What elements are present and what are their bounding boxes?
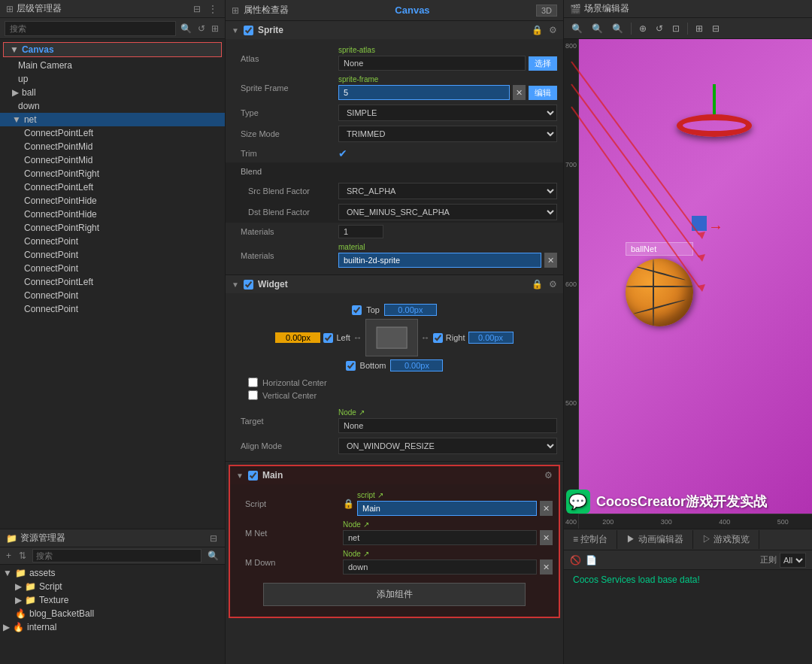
mdown-row: M Down Node ↗ down ✕ [230,547,559,577]
scene-rotate-btn[interactable]: ↺ [653,22,666,35]
scene-scale-btn[interactable]: ⊡ [669,22,683,35]
widget-right-value[interactable]: 0.00px [468,332,514,344]
materials-count-input[interactable] [338,225,383,238]
widget-left-value[interactable]: 0.00px [275,332,320,343]
widget-header[interactable]: ▼ Widget 🔒 ⚙ [226,275,563,293]
tree-item-cp3[interactable]: ConnectPointMid [0,153,225,167]
sprite-enabled-checkbox[interactable] [244,26,253,35]
tree-item-net[interactable]: ▼ net [0,113,225,126]
search-icon-btn[interactable]: 🔍 [179,22,193,35]
main-enabled-checkbox[interactable] [248,471,258,481]
tree-item-cp12[interactable]: ConnectPointLeft [0,275,225,289]
script-clear-btn[interactable]: ✕ [540,501,553,516]
sprite-frame-input[interactable] [338,85,510,100]
filter-btn[interactable]: ⊞ [210,22,220,35]
tree-item-cp2[interactable]: ConnectPointMid [0,140,225,153]
asset-search-btn[interactable]: 🔍 [206,549,220,562]
scene-view[interactable]: 800 700 600 500 400 → ballNet [564,39,812,529]
tree-item-cp7[interactable]: ConnectPointHide [0,208,225,221]
layer-collapse-btn[interactable]: ⊟ [192,2,202,16]
asset-panel: 📁 资源管理器 ⊟ + ⇅ 🔍 ▼ 📁 assets ▶ [0,529,225,664]
tab-game-preview[interactable]: ▷ 游戏预览 [693,530,759,549]
asset-item-internal[interactable]: ▶ 🔥 internal [0,620,225,634]
tab-console[interactable]: ≡ 控制台 [564,530,617,549]
tree-item-cp11[interactable]: ConnectPoint [0,262,225,275]
tree-item-cp5[interactable]: ConnectPointLeft [0,180,225,194]
scene-grid-btn[interactable]: ⊞ [692,22,706,35]
widget-right-checkbox[interactable] [433,333,443,343]
mnet-value-text: net [348,533,359,542]
sprite-settings-icon[interactable]: ⚙ [549,25,557,35]
h-center-checkbox[interactable] [248,377,258,387]
type-dropdown[interactable]: SIMPLE [338,105,557,121]
tree-item-down[interactable]: down [0,99,225,113]
mdown-value-text: down [348,562,368,572]
asset-item-texture[interactable]: ▶ 📁 Texture [0,593,225,607]
main-settings-icon[interactable]: ⚙ [544,470,553,481]
sprite-header[interactable]: ▼ Sprite 🔒 ⚙ [226,21,563,39]
tree-item-cp1[interactable]: ConnectPointLeft [0,126,225,140]
tree-item-ball[interactable]: ▶ ball [0,86,225,99]
main-header[interactable]: ▼ Main ⚙ [230,466,559,484]
tree-item-main-camera[interactable]: Main Camera [0,59,225,72]
widget-bottom-value[interactable]: 0.00px [390,359,443,371]
ball-curve2 [633,299,686,315]
tree-item-cp9[interactable]: ConnectPoint [0,235,225,248]
dst-blend-dropdown[interactable]: ONE_MINUS_SRC_ALPHA [338,204,557,220]
asset-sort-btn[interactable]: ⇅ [17,549,28,562]
scene-move-btn[interactable]: ⊕ [636,22,650,35]
tree-item-cp10[interactable]: ConnectPoint [0,248,225,262]
mnet-value: Node ↗ net ✕ [343,520,553,545]
canvas-tree-item[interactable]: ▼ Canvas [3,42,222,57]
widget-bottom-checkbox[interactable] [346,361,356,371]
main-body: Script 🔒 script ↗ Main ✕ [230,484,559,617]
scene-fit-btn[interactable]: 🔍 [609,22,626,35]
atlas-select-btn[interactable]: 选择 [529,56,557,71]
align-mode-dropdown[interactable]: ON_WINDOW_RESIZE [338,438,557,454]
scene-zoom-in-btn[interactable]: 🔍 [568,22,586,35]
tree-item-cp14[interactable]: ConnectPoint [0,302,225,316]
widget-bottom-row: Bottom 0.00px [241,359,548,371]
sprite-frame-clear-btn[interactable]: ✕ [513,85,526,100]
frame-hint: sprite-frame [338,75,557,83]
dst-blend-label: Dst Blend Factor [241,208,338,217]
asset-collapse-btn[interactable]: ⊟ [208,532,219,545]
asset-add-btn[interactable]: + [5,549,13,562]
mnet-clear-btn[interactable]: ✕ [540,530,553,545]
tab-animation[interactable]: ▶ 动画编辑器 [617,530,692,549]
tree-item-cp13[interactable]: ConnectPoint [0,289,225,302]
sprite-frame-edit-btn[interactable]: 编辑 [529,86,557,100]
asset-item-script[interactable]: ▶ 📁 Script [0,580,225,593]
asset-item-assets[interactable]: ▼ 📁 assets [0,566,225,580]
up-label: up [18,74,28,84]
widget-settings-icon[interactable]: ⚙ [549,279,557,290]
widget-enabled-checkbox[interactable] [244,280,253,290]
asset-item-blog[interactable]: 🔥 blog_BacketBall [0,607,225,620]
tree-item-cp6[interactable]: ConnectPointHide [0,194,225,208]
src-blend-dropdown[interactable]: SRC_ALPHA [338,183,557,199]
tree-item-up[interactable]: up [0,72,225,86]
mdown-clear-btn[interactable]: ✕ [540,559,553,575]
add-component-btn[interactable]: 添加组件 [263,583,526,606]
widget-top-checkbox[interactable] [352,305,362,315]
tree-item-cp4[interactable]: ConnectPointRight [0,167,225,180]
filter-dropdown[interactable]: All [780,553,806,568]
toolbar-divider2 [687,23,688,35]
script-hint: script ↗ [357,491,553,499]
trim-row: Trim ✔ [226,144,563,162]
v-center-checkbox[interactable] [248,390,258,400]
tree-item-cp8[interactable]: ConnectPointRight [0,221,225,235]
widget-left-checkbox[interactable] [323,333,333,343]
scene-snap-btn[interactable]: ⊟ [709,22,723,35]
material-clear-btn[interactable]: ✕ [544,253,557,268]
scene-zoom-out-btn[interactable]: 🔍 [589,22,606,35]
layer-search-input[interactable] [5,21,176,36]
asset-search-input[interactable] [32,549,201,562]
widget-top-value[interactable]: 0.00px [384,304,437,316]
size-mode-dropdown[interactable]: TRIMMED [338,126,557,142]
block-icon: 🚫 [570,555,581,565]
layer-settings-btn[interactable]: ⋮ [207,2,219,16]
console-icon: ≡ [573,534,578,544]
refresh-btn[interactable]: ↺ [196,22,207,35]
src-blend-value: SRC_ALPHA [338,183,557,199]
